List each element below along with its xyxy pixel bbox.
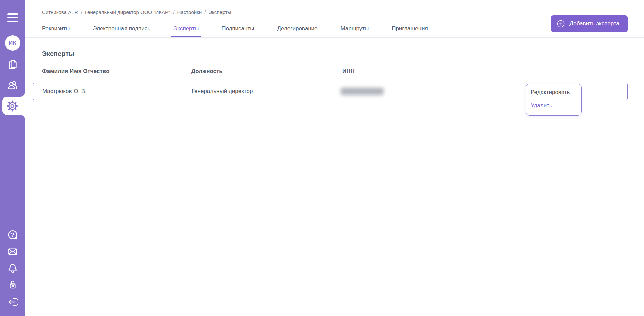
breadcrumb: Ситникова А. Р. / Генеральный директор О… <box>42 9 628 15</box>
breadcrumb-settings[interactable]: Настройки <box>177 9 202 15</box>
page-title: Эксперты <box>42 50 628 58</box>
cell-inn <box>343 88 627 95</box>
tab-experts[interactable]: Эксперты <box>173 15 199 37</box>
sidebar-item-documents[interactable] <box>7 58 18 70</box>
tab-delegation[interactable]: Делегирование <box>277 15 317 37</box>
lock-icon <box>7 279 18 290</box>
help-icon: ? <box>7 229 18 241</box>
documents-icon <box>7 58 18 70</box>
sidebar-item-logout[interactable] <box>7 296 18 308</box>
cell-position: Генеральный директор <box>192 88 343 95</box>
logout-icon <box>7 296 18 308</box>
plus-circle-icon <box>556 19 565 28</box>
column-header-position: Должность <box>191 68 342 75</box>
sidebar-item-settings[interactable] <box>2 97 27 115</box>
breadcrumb-separator: / <box>204 9 206 15</box>
inn-redacted-blob <box>341 88 384 95</box>
add-expert-label: Добавить эксперта <box>569 20 620 27</box>
table-header: Фамилия Имя Отчество Должность ИНН <box>42 68 628 75</box>
avatar[interactable]: ИК <box>5 35 20 51</box>
tab-rekvizity[interactable]: Реквизиты <box>42 15 70 37</box>
mail-icon <box>7 246 18 257</box>
svg-text:?: ? <box>11 232 14 238</box>
sidebar-item-help[interactable]: ? <box>7 229 18 241</box>
bell-icon <box>7 262 18 274</box>
tab-routes[interactable]: Маршруты <box>341 15 369 37</box>
main-content: Ситникова А. Р. / Генеральный директор О… <box>25 0 644 316</box>
sidebar-item-mail[interactable] <box>7 246 18 257</box>
breadcrumb-separator: / <box>81 9 82 15</box>
breadcrumb-user[interactable]: Ситникова А. Р. <box>42 9 78 15</box>
sidebar-item-lock[interactable] <box>7 279 18 290</box>
breadcrumb-company[interactable]: Генеральный директор ООО "ИКАР" <box>85 9 170 15</box>
add-expert-button[interactable]: Добавить эксперта <box>551 15 628 32</box>
breadcrumb-experts[interactable]: Эксперты <box>208 9 231 15</box>
sidebar-item-people[interactable] <box>7 79 19 91</box>
people-icon <box>7 79 19 91</box>
context-menu-edit[interactable]: Редактировать <box>531 86 577 99</box>
context-menu-delete[interactable]: Удалить <box>531 99 577 111</box>
avatar-initials: ИК <box>9 40 16 46</box>
menu-icon[interactable] <box>7 13 18 22</box>
pill-notch-bottom <box>20 115 25 120</box>
cell-fullname: Мастрюков О. В. <box>42 88 192 95</box>
column-header-inn: ИНН <box>342 68 628 75</box>
pill-notch-top <box>20 92 25 97</box>
row-context-menu: Редактировать Удалить <box>526 84 582 116</box>
column-header-fullname: Фамилия Имя Отчество <box>42 68 191 75</box>
sidebar: ИК <box>0 0 25 316</box>
tab-electronic-signature[interactable]: Электронная подпись <box>93 15 150 37</box>
tab-signers[interactable]: Подписанты <box>221 15 254 37</box>
tab-invitations[interactable]: Приглашения <box>392 15 428 37</box>
sidebar-item-notifications[interactable] <box>7 262 18 274</box>
settings-icon <box>7 100 18 112</box>
breadcrumb-separator: / <box>173 9 174 15</box>
